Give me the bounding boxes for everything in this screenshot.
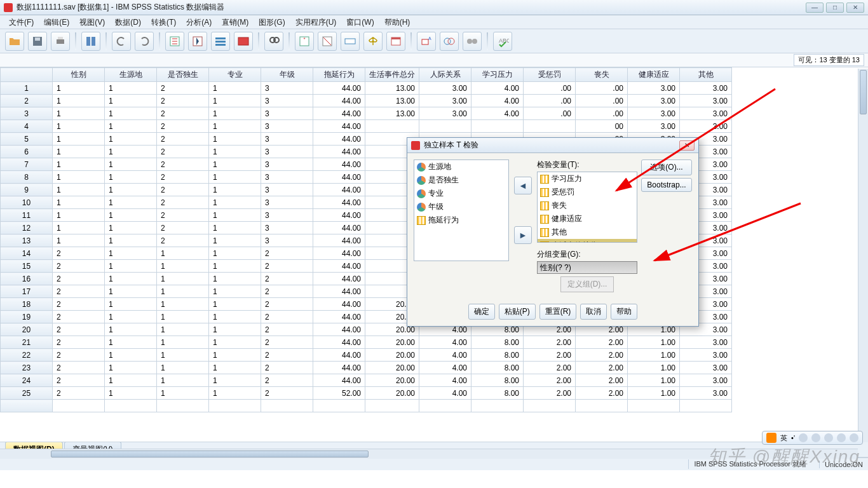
data-cell[interactable]: 1 <box>209 209 261 222</box>
column-header[interactable]: 健康适应 <box>628 68 680 82</box>
data-cell[interactable]: 44.00 <box>313 209 365 222</box>
row-header[interactable]: 15 <box>1 260 53 273</box>
data-cell[interactable]: 44.00 <box>313 349 365 362</box>
data-cell[interactable] <box>471 400 524 412</box>
data-cell[interactable]: 2.00 <box>576 374 628 387</box>
data-cell[interactable]: 1 <box>53 196 105 209</box>
data-cell[interactable]: 1 <box>105 387 157 400</box>
data-cell[interactable]: 1 <box>53 222 105 234</box>
data-cell[interactable]: 1 <box>209 133 261 146</box>
data-cell[interactable]: 1.00 <box>628 336 680 349</box>
data-cell[interactable] <box>419 120 471 133</box>
data-cell[interactable]: 44.00 <box>313 362 365 374</box>
data-cell[interactable]: 1 <box>209 234 261 247</box>
data-cell[interactable]: 1 <box>105 273 157 285</box>
data-cell[interactable]: 2 <box>53 247 105 260</box>
data-cell[interactable]: 44.00 <box>313 311 365 323</box>
data-cell[interactable]: 2 <box>53 349 105 362</box>
list-item[interactable]: 学习压力 <box>538 172 637 186</box>
data-cell[interactable]: 1 <box>209 298 261 311</box>
row-header[interactable]: 21 <box>1 336 53 349</box>
data-cell[interactable]: 4.00 <box>419 336 471 349</box>
data-cell[interactable]: 44.00 <box>313 120 365 133</box>
data-cell[interactable] <box>419 400 471 412</box>
data-cell[interactable]: 1 <box>53 133 105 146</box>
data-cell[interactable]: 1 <box>209 349 261 362</box>
save-icon[interactable] <box>28 32 47 51</box>
row-header[interactable]: 5 <box>1 133 53 146</box>
data-cell[interactable]: 2 <box>157 184 209 196</box>
data-cell[interactable]: .00 <box>524 82 576 95</box>
data-cell[interactable]: 3.00 <box>680 336 732 349</box>
test-variable-list[interactable]: 学习压力受惩罚丧失健康适应其他生活事件总分 <box>537 172 637 243</box>
data-cell[interactable]: 2 <box>157 209 209 222</box>
menu-item[interactable]: 直销(M) <box>217 15 254 29</box>
list-item[interactable]: 年级 <box>414 200 508 214</box>
data-cell[interactable]: 1 <box>53 209 105 222</box>
data-cell[interactable]: 1 <box>209 374 261 387</box>
data-cell[interactable]: 3.00 <box>680 82 732 95</box>
data-cell[interactable]: 1 <box>157 374 209 387</box>
data-cell[interactable]: 1 <box>105 336 157 349</box>
data-cell[interactable]: 2 <box>261 323 313 336</box>
data-cell[interactable]: 2 <box>261 247 313 260</box>
data-cell[interactable]: 1 <box>105 120 157 133</box>
row-header[interactable]: 18 <box>1 298 53 311</box>
data-cell[interactable]: 8.00 <box>471 362 524 374</box>
ime-settings-icon[interactable] <box>837 433 846 442</box>
cancel-button[interactable]: 取消 <box>580 304 607 320</box>
data-cell[interactable]: 3 <box>261 82 313 95</box>
data-cell[interactable]: 3.00 <box>419 95 471 107</box>
row-header[interactable]: 9 <box>1 184 53 196</box>
data-cell[interactable]: 44.00 <box>313 298 365 311</box>
data-cell[interactable]: 1.00 <box>628 387 680 400</box>
data-cell[interactable] <box>313 400 365 412</box>
row-header[interactable]: 8 <box>1 171 53 184</box>
menu-item[interactable]: 视图(V) <box>74 15 110 29</box>
data-cell[interactable]: 1 <box>53 120 105 133</box>
list-item[interactable]: 拖延行为 <box>414 214 508 227</box>
data-cell[interactable]: 4.00 <box>419 387 471 400</box>
spellcheck-icon[interactable]: ABC <box>493 32 512 51</box>
column-header[interactable]: 其他 <box>680 68 732 82</box>
data-cell[interactable]: 1 <box>209 362 261 374</box>
options-button[interactable]: 选项(O)... <box>641 159 692 175</box>
data-cell[interactable]: 2.00 <box>524 387 576 400</box>
data-cell[interactable]: 1 <box>209 196 261 209</box>
column-header[interactable]: 是否独生 <box>157 68 209 82</box>
data-cell[interactable]: 4.00 <box>471 95 524 107</box>
data-cell[interactable]: 44.00 <box>313 234 365 247</box>
data-cell[interactable]: 44.00 <box>313 146 365 158</box>
data-cell[interactable]: 3.00 <box>680 362 732 374</box>
row-header[interactable]: 11 <box>1 209 53 222</box>
row-header[interactable]: 6 <box>1 146 53 158</box>
data-cell[interactable]: 8.00 <box>471 349 524 362</box>
data-cell[interactable]: 1 <box>105 95 157 107</box>
data-cell[interactable]: 3.00 <box>680 107 732 120</box>
data-cell[interactable]: 2 <box>157 120 209 133</box>
row-header[interactable]: 19 <box>1 311 53 323</box>
dialog-close-button[interactable]: ✕ <box>679 140 695 151</box>
data-cell[interactable]: .00 <box>576 82 628 95</box>
data-cell[interactable]: 2.00 <box>576 362 628 374</box>
data-cell[interactable]: 1 <box>209 387 261 400</box>
data-cell[interactable]: 44.00 <box>313 273 365 285</box>
data-cell[interactable]: 4.00 <box>471 107 524 120</box>
data-cell[interactable]: 3.00 <box>628 107 680 120</box>
data-cell[interactable]: 1 <box>157 273 209 285</box>
data-cell[interactable]: 1 <box>53 184 105 196</box>
data-cell[interactable]: 44.00 <box>313 247 365 260</box>
horizontal-scrollbar[interactable] <box>0 449 858 459</box>
row-header[interactable]: 22 <box>1 349 53 362</box>
grouping-variable-field[interactable]: 性别(? ?) <box>537 261 637 274</box>
data-cell[interactable]: 1 <box>53 95 105 107</box>
ime-toolbar[interactable]: 英 •' <box>762 431 863 445</box>
data-cell[interactable]: 2 <box>261 311 313 323</box>
data-cell[interactable]: 3 <box>261 222 313 234</box>
data-cell[interactable]: 2 <box>261 387 313 400</box>
data-cell[interactable] <box>471 120 524 133</box>
data-cell[interactable]: 1 <box>105 374 157 387</box>
data-cell[interactable]: 44.00 <box>313 222 365 234</box>
row-header[interactable]: 3 <box>1 107 53 120</box>
data-cell[interactable]: 1 <box>157 336 209 349</box>
